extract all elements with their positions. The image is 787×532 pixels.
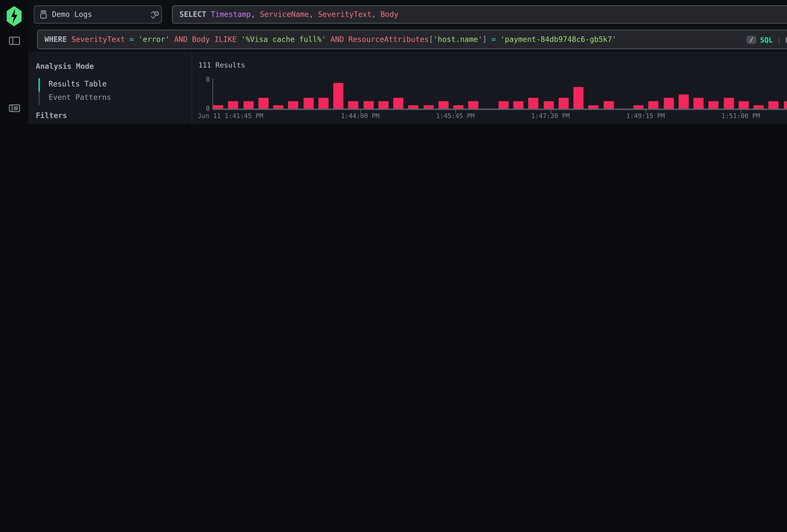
histogram-bar xyxy=(348,101,358,109)
bar-slot xyxy=(784,80,787,109)
query-token: 'error' xyxy=(139,35,170,44)
histogram-bar xyxy=(318,98,328,109)
database-icon xyxy=(40,10,47,19)
bar-slot xyxy=(498,80,508,109)
histogram-bar xyxy=(528,98,538,109)
histogram-bar xyxy=(663,98,674,109)
histogram-bar xyxy=(708,101,719,109)
query-token: = xyxy=(491,35,496,44)
sql-mode-button[interactable]: SQL xyxy=(760,36,773,43)
bar-slot xyxy=(288,80,298,109)
where-query-input[interactable]: WHERE SeverityText = 'error' AND Body IL… xyxy=(37,30,787,49)
query-token xyxy=(344,35,348,44)
bar-slot xyxy=(663,80,674,109)
histogram-bar xyxy=(213,105,223,109)
histogram-bar xyxy=(739,101,749,109)
histogram-bar xyxy=(423,105,433,109)
query-token: , xyxy=(309,10,318,19)
bar-slot xyxy=(543,80,553,109)
content: Demo Logs ⚙ SELECT Timestamp, ServiceNam… xyxy=(28,0,787,124)
bar-slot xyxy=(528,80,538,109)
y-axis-tick-min: 0 xyxy=(199,105,210,112)
histogram-bar xyxy=(678,94,688,109)
histogram-bar xyxy=(498,101,508,109)
histogram-bar xyxy=(378,101,388,109)
bar-slot xyxy=(243,80,253,109)
mode-results-table[interactable]: Results Table xyxy=(49,80,107,88)
query-token: , xyxy=(251,10,260,19)
main: Analysis Mode Results Table Event Patter… xyxy=(28,51,787,124)
bar-slot xyxy=(588,80,598,109)
lang-divider: | xyxy=(777,36,781,43)
search-logs-icon[interactable] xyxy=(9,103,20,114)
results-area: 111 Results Scanned Rows: 8192 8 0 Jun 1… xyxy=(192,51,787,124)
results-header: 111 Results Scanned Rows: 8192 xyxy=(198,61,787,69)
query-token: Body xyxy=(380,10,398,19)
query-token: Body xyxy=(192,35,210,44)
bar-slot xyxy=(318,80,328,109)
filters-title: Filters xyxy=(36,111,67,120)
bar-slot xyxy=(769,80,779,109)
bar-slot xyxy=(408,80,418,109)
query-token xyxy=(125,35,129,44)
select-tokens: Timestamp, ServiceName, SeverityText, Bo… xyxy=(211,10,398,19)
histogram-bar xyxy=(723,98,733,109)
histogram-bar xyxy=(558,98,569,109)
chart[interactable]: 8 0 Jun 11 1:41:45 PM1:44:00 PM1:45:45 P… xyxy=(192,76,787,120)
query-language-toggle: / SQL | Lucene xyxy=(747,30,787,49)
query-token xyxy=(188,35,192,44)
query-token: [ xyxy=(429,35,433,44)
bar-slot xyxy=(483,80,493,109)
topbar: Demo Logs ⚙ SELECT Timestamp, ServiceNam… xyxy=(28,0,787,51)
histogram-bar xyxy=(394,98,403,109)
bar-slot xyxy=(228,80,238,109)
x-axis-tick xyxy=(550,109,551,113)
x-axis-tick xyxy=(645,109,646,113)
bar-slot xyxy=(603,80,614,109)
bar-slot xyxy=(753,80,764,109)
bar-slot xyxy=(303,80,313,109)
analysis-mode-track xyxy=(38,78,40,105)
histogram-bar xyxy=(243,101,253,109)
query-token xyxy=(134,35,139,44)
query-token: Timestamp xyxy=(211,10,251,19)
sidebar-toggle-icon[interactable] xyxy=(9,35,20,47)
query-token: 'payment-84db9748c6-gb5k7' xyxy=(500,35,616,44)
query-token: SeverityText xyxy=(71,35,125,44)
histogram-bar xyxy=(603,101,614,109)
x-axis-label: Jun 11 1:41:45 PM xyxy=(198,112,263,119)
where-keyword: WHERE xyxy=(45,35,71,44)
gear-icon[interactable]: ⚙ xyxy=(154,9,163,18)
filter-panel: Analysis Mode Results Table Event Patter… xyxy=(28,51,192,124)
bar-slot xyxy=(708,80,719,109)
bar-slot xyxy=(423,80,433,109)
histogram-bar xyxy=(438,101,448,109)
query-token xyxy=(170,35,174,44)
x-axis-tick xyxy=(360,109,361,113)
histogram-bar xyxy=(408,105,418,109)
query-token xyxy=(237,35,241,44)
bar-slot xyxy=(213,80,223,109)
where-tokens: SeverityText = 'error' AND Body ILIKE '%… xyxy=(71,35,616,44)
query-token: AND xyxy=(174,35,188,44)
lucene-mode-button[interactable]: Lucene xyxy=(785,36,787,43)
query-token: SeverityText xyxy=(318,10,371,19)
query-token: = xyxy=(129,35,134,44)
mode-event-patterns[interactable]: Event Patterns xyxy=(49,93,111,102)
source-selector[interactable]: Demo Logs xyxy=(34,5,162,24)
bar-slot xyxy=(678,80,688,109)
query-token: ResourceAttributes xyxy=(348,35,429,44)
app-logo-icon[interactable] xyxy=(7,6,22,26)
histogram-bar xyxy=(453,105,463,109)
y-axis-tick-max: 8 xyxy=(199,76,210,83)
bar-slot xyxy=(333,80,343,109)
bar-slot xyxy=(273,80,283,109)
query-token: ILIKE xyxy=(214,35,237,44)
source-selector-label: Demo Logs xyxy=(52,10,92,19)
bar-slot xyxy=(453,80,463,109)
chart-explorer-icon[interactable] xyxy=(9,123,20,124)
x-axis-line xyxy=(212,109,787,109)
select-query-input[interactable]: SELECT Timestamp, ServiceName, SeverityT… xyxy=(172,5,787,24)
query-token: 'host.name' xyxy=(433,35,483,44)
histogram-bar xyxy=(333,83,343,109)
